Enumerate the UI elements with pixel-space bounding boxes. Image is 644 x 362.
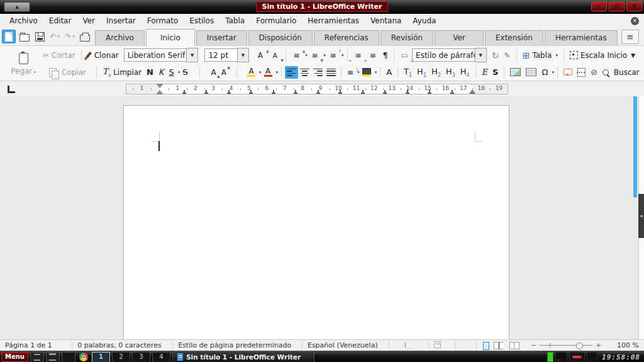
tab-referencias[interactable]: Referencias	[314, 30, 379, 45]
zoom-scale-button[interactable]: Escala	[567, 50, 607, 61]
decrease-indent-button[interactable]: ≡◂	[365, 50, 380, 61]
window-list-button[interactable]	[46, 352, 60, 362]
zoom-out-icon[interactable]: −	[531, 341, 536, 349]
menubar-toggle-button[interactable]: ≡	[621, 30, 639, 44]
undo-button[interactable]: ↶▾	[48, 30, 61, 43]
tab-disposicion[interactable]: Disposición	[248, 30, 313, 45]
font-color-button[interactable]: A	[262, 67, 275, 78]
menu-insertar[interactable]: Insertar	[101, 15, 142, 26]
chevron-down-icon[interactable]: ▾	[341, 53, 344, 58]
find-toolbar-button[interactable]: Buscar	[600, 67, 642, 78]
save-indicator-cell[interactable]	[429, 341, 455, 349]
tray-applet-icon[interactable]	[555, 352, 567, 362]
print-button[interactable]	[79, 30, 91, 43]
sidebar-toggle-handle[interactable]: ◂	[638, 194, 644, 238]
close-document-icon[interactable]: ✕	[631, 17, 639, 25]
insert-comment-button[interactable]	[561, 67, 575, 77]
insert-special-character-button[interactable]: Ω	[539, 66, 550, 78]
menu-estilos[interactable]: Estilos	[184, 15, 219, 26]
close-button[interactable]: ×	[626, 2, 642, 11]
strikethrough-button[interactable]: S	[180, 67, 190, 77]
font-name-combobox[interactable]: Liberation Serif	[124, 48, 187, 62]
paragraph-style-combobox[interactable]: Estilo de párrafo p	[412, 48, 475, 62]
insert-page-break-button[interactable]	[575, 67, 588, 78]
document-page[interactable]	[123, 105, 509, 339]
menu-ayuda[interactable]: Ayuda	[407, 15, 441, 26]
font-color-dropdown[interactable]: ▾	[276, 70, 279, 75]
workspace-3-button[interactable]: 3	[132, 352, 150, 362]
update-style-button[interactable]: ↻	[489, 49, 502, 62]
zoom-in-icon[interactable]: +	[596, 341, 601, 349]
selection-mode-cell[interactable]: I﹍	[389, 341, 429, 349]
style-emphasis-button[interactable]: E	[479, 67, 491, 77]
workspace-2-button[interactable]: 2	[112, 352, 130, 362]
menu-ver[interactable]: Ver	[77, 15, 101, 26]
zoom-percent-cell[interactable]: 100 %	[606, 341, 644, 349]
show-desktop-button[interactable]	[30, 352, 44, 362]
taskbar-menu-button[interactable]: Menu	[1, 352, 28, 362]
font-size-combobox[interactable]: 12 pt	[204, 48, 237, 62]
increase-indent-button[interactable]: ≡▸	[351, 50, 365, 61]
style-heading4-button[interactable]: H4	[458, 66, 472, 79]
insert-field-button[interactable]: ⊘	[588, 66, 600, 78]
subscript-button[interactable]: A▪	[209, 67, 219, 78]
ruler[interactable]: 112345678910111213141516171819	[126, 84, 508, 94]
grow-font-button[interactable]: A▲	[253, 50, 267, 61]
writer-task-button[interactable]: Sin título 1 - LibreOffice Writer	[172, 351, 314, 362]
tab-ver[interactable]: Ver	[435, 30, 484, 45]
minimize-button[interactable]: –	[591, 2, 607, 11]
copy-button[interactable]: Copiar	[47, 67, 89, 78]
insert-textframe-button[interactable]	[523, 67, 539, 77]
launcher-button[interactable]	[62, 352, 75, 362]
left-indent-marker[interactable]	[156, 86, 164, 94]
style-strong-button[interactable]: S	[490, 67, 501, 77]
chrome-icon[interactable]	[79, 353, 88, 361]
tab-archivo[interactable]: Archivo	[95, 30, 145, 45]
underline-button[interactable]: S	[167, 67, 177, 77]
space-below-paragraph-button[interactable]: ≡▼	[308, 50, 322, 61]
special-character-dropdown[interactable]: ▾	[552, 70, 554, 75]
menu-formato[interactable]: Formato	[142, 15, 184, 26]
zoom-track[interactable]	[540, 345, 592, 346]
style-heading2-button[interactable]: H2	[429, 66, 443, 79]
multi-page-view-button[interactable]	[494, 342, 499, 349]
menu-formulario[interactable]: Formulario	[250, 15, 302, 26]
bold-button[interactable]: N	[144, 67, 156, 77]
tab-inicio[interactable]: Inicio	[146, 29, 195, 46]
menu-ventana[interactable]: Ventana	[365, 15, 407, 26]
highlight-color-button[interactable]: A	[245, 67, 258, 78]
meter-indicator-icon[interactable]	[547, 352, 553, 362]
background-color-button[interactable]	[360, 67, 374, 77]
tab-insertar[interactable]: Insertar	[196, 30, 247, 45]
insert-image-button[interactable]	[508, 67, 523, 77]
align-center-button[interactable]	[298, 66, 311, 79]
shrink-font-button[interactable]: A▼	[268, 50, 282, 61]
workspace-4-button[interactable]: 4	[152, 352, 170, 362]
clear-formatting-button[interactable]: TxLimpiar	[100, 65, 144, 79]
open-button[interactable]	[18, 30, 31, 43]
save-button[interactable]	[33, 30, 46, 43]
window-menu-button[interactable]: ▲	[4, 2, 30, 12]
tab-stop-type-selector[interactable]	[8, 86, 15, 93]
line-spacing-setting-button[interactable]: ≡⇕	[326, 50, 340, 61]
vertical-scrollbar-thumb[interactable]	[633, 96, 637, 198]
italic-button[interactable]: K	[156, 67, 167, 77]
tray-status-icon[interactable]	[569, 352, 585, 362]
tab-extension[interactable]: Extensión	[485, 30, 543, 45]
font-name-dropdown[interactable]: ▼	[186, 48, 198, 62]
style-title-button[interactable]: T1	[401, 66, 414, 79]
insert-table-button[interactable]: ⊞Tabla▾	[520, 49, 560, 62]
word-count-cell[interactable]: 0 palabras, 0 caracteres	[72, 341, 173, 349]
clone-formatting-button[interactable]: Clonar	[85, 50, 121, 61]
menu-editar[interactable]: Editar	[43, 15, 77, 26]
tab-revision[interactable]: Revisión	[380, 30, 433, 45]
formatting-marks-button[interactable]: ¶	[380, 49, 390, 61]
paste-button[interactable]: Pegar▾	[4, 47, 43, 81]
space-above-paragraph-button[interactable]: ≡▲	[289, 50, 304, 61]
align-justify-button[interactable]	[325, 66, 338, 79]
page-count-cell[interactable]: Página 1 de 1	[0, 341, 72, 349]
style-heading3-button[interactable]: H3	[443, 66, 458, 79]
redo-button[interactable]: ↷▾	[64, 30, 76, 43]
background-color-dropdown[interactable]: ▾	[375, 70, 377, 75]
menu-herramientas[interactable]: Herramientas	[302, 15, 365, 26]
